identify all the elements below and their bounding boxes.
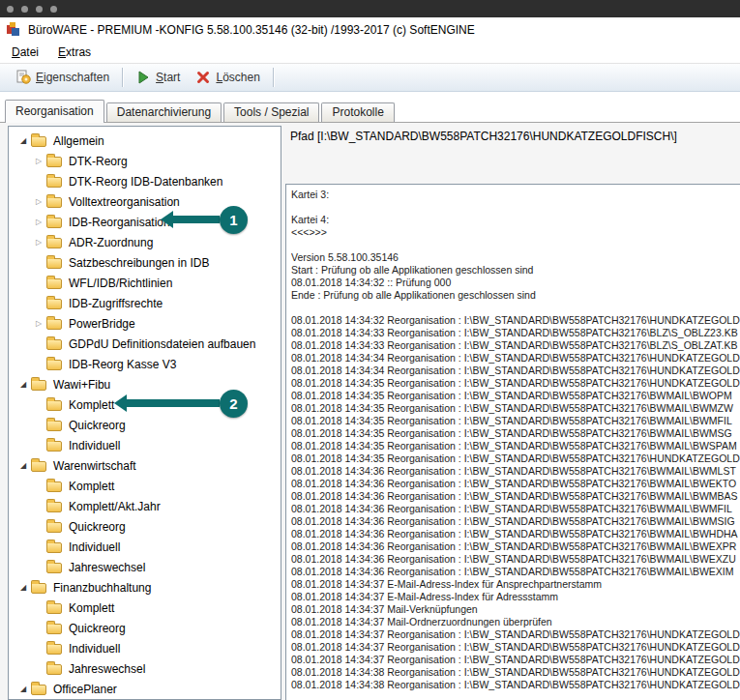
- log-line: 08.01.2018 14:34:36 Reorganisation : I:\…: [291, 528, 740, 540]
- app-icon: [7, 22, 22, 38]
- path-label: Pfad [I:\BW_STANDARD\BW558PATCH32176\HUN…: [290, 130, 740, 143]
- start-icon: [135, 70, 151, 85]
- menu-datei[interactable]: Datei: [4, 44, 46, 61]
- tree-item-label: Komplett: [68, 398, 114, 412]
- tree-item-label: Komplett: [68, 480, 114, 493]
- folder-icon: [46, 664, 62, 675]
- tree-item-label: Wawi+Fibu: [52, 378, 110, 392]
- tree-item-warenwirtschaft[interactable]: ◢Warenwirtschaft: [9, 455, 281, 476]
- menu-extras[interactable]: Extras: [50, 44, 99, 61]
- title-bar: BüroWARE - PREMIUM -KONFIG 5.58.100.3514…: [0, 17, 740, 42]
- folder-icon: [31, 461, 46, 472]
- expand-icon[interactable]: ▷: [32, 317, 45, 331]
- expand-icon[interactable]: ▷: [32, 155, 45, 168]
- log-panel[interactable]: Kartei 3:Kartei 4:<<<>>>Version 5.58.100…: [285, 184, 740, 700]
- tree-item-powerbridge[interactable]: ▷PowerBridge: [9, 313, 281, 334]
- log-line: 08.01.2018 14:34:36 Reorganisation : I:\…: [291, 515, 740, 528]
- tree-item-label: IDB-Reorganisation: [68, 216, 170, 229]
- tab-datenarchivierung[interactable]: Datenarchivierung: [106, 102, 222, 122]
- tree-item-satzbeschreibungen-in-idb[interactable]: Satzbeschreibungen in IDB: [9, 252, 281, 273]
- tree-item-quickreorg[interactable]: Quickreorg: [9, 415, 281, 435]
- tree-item-idb-reorg-kasse-v3[interactable]: IDB-Reorg Kasse V3: [9, 354, 281, 374]
- tree-item-idb-zugriffsrechte[interactable]: IDB-Zugriffsrechte: [9, 293, 281, 313]
- start-button[interactable]: Start: [128, 67, 188, 88]
- tree-item-officeplaner[interactable]: ◢OfficePlaner: [9, 679, 281, 699]
- log-line: 08.01.2018 14:34:36 Reorganisation : I:\…: [291, 465, 740, 478]
- loeschen-button[interactable]: Löschen: [188, 67, 267, 88]
- tree-item-label: GDPdU Definitionsdateien aufbauen: [68, 337, 255, 351]
- tree-item-quickreorg[interactable]: Quickreorg: [9, 516, 281, 537]
- tree-item-jahreswechsel[interactable]: Jahreswechsel: [9, 658, 281, 679]
- tree-item-label: OfficePlaner: [52, 683, 117, 696]
- log-line: 08.01.2018 14:34:37 Reorganisation : I:\…: [291, 641, 740, 654]
- tree-item-label: Quickreorg: [68, 419, 126, 432]
- tree-item-allgemein[interactable]: ◢Allgemein: [9, 131, 281, 151]
- tab-protokolle[interactable]: Protokolle: [321, 102, 394, 122]
- tree-item-komplett-akt-jahr[interactable]: Komplett/Akt.Jahr: [9, 496, 281, 516]
- tree-item-quickreorg[interactable]: Quickreorg: [9, 618, 281, 638]
- tree-item-label: Individuell: [68, 642, 120, 656]
- log-line: 08.01.2018 14:34:35 Reorganisation : I:\…: [291, 440, 740, 452]
- folder-icon: [46, 502, 62, 512]
- collapse-icon[interactable]: ◢: [16, 459, 30, 473]
- tree-item-label: Jahreswechsel: [68, 662, 145, 676]
- tree-item-finanzbuchhaltung[interactable]: ◢Finanzbuchhaltung: [9, 577, 281, 598]
- log-line: [291, 239, 740, 251]
- tree-item-label: DTK-Reorg IDB-Datenbanken: [68, 175, 222, 189]
- eigenschaften-button[interactable]: Eigenschaften: [8, 67, 117, 88]
- folder-icon: [46, 177, 62, 188]
- tree-item-label: WFL/IDB/Richtlinien: [68, 277, 172, 290]
- log-line: 08.01.2018 14:34:37 Reorganisation : I:\…: [291, 654, 740, 666]
- log-line: 08.01.2018 14:34:38 Reorganisation : I:\…: [291, 679, 740, 691]
- tree-item-komplett[interactable]: Komplett: [9, 598, 281, 618]
- tree-item-dtk-reorg-idb-datenbanken[interactable]: DTK-Reorg IDB-Datenbanken: [9, 171, 281, 191]
- tree-item-label: Komplett: [68, 601, 114, 615]
- tree-item-label: IDB-Reorg Kasse V3: [68, 358, 176, 371]
- tree-item-label: Individuell: [68, 439, 120, 452]
- log-line: 08.01.2018 14:34:35 Reorganisation : I:\…: [291, 415, 740, 427]
- callout-arrow-2-icon: [114, 394, 220, 412]
- log-line: [291, 302, 740, 314]
- tree-item-individuell[interactable]: Individuell: [9, 537, 281, 557]
- log-line: <<<>>>: [291, 226, 740, 239]
- tree-item-komplett[interactable]: Komplett: [9, 476, 281, 496]
- log-line: 08.01.2018 14:34:35 Reorganisation : I:\…: [291, 452, 740, 465]
- collapse-icon[interactable]: ◢: [16, 581, 30, 595]
- tree-item-gdpdu-definitionsdateien-aufbauen[interactable]: GDPdU Definitionsdateien aufbauen: [9, 334, 281, 354]
- tree-item-wfl-idb-richtlinien[interactable]: WFL/IDB/Richtlinien: [9, 273, 281, 293]
- tree-item-adr-zuordnung[interactable]: ▷ADR-Zuordnung: [9, 232, 281, 252]
- log-line: 08.01.2018 14:34:32 :: Prüfung 000: [291, 277, 740, 289]
- tree-item-jahreswechsel[interactable]: Jahreswechsel: [9, 557, 281, 577]
- log-line: 08.01.2018 14:34:37 Mail-Verknüpfungen: [291, 603, 740, 616]
- folder-icon: [31, 380, 46, 391]
- expand-icon[interactable]: ▷: [32, 236, 45, 249]
- tree-item-label: Individuell: [68, 540, 120, 554]
- tree-item-label: Warenwirtschaft: [52, 459, 136, 473]
- tree-item-dtk-reorg[interactable]: ▷DTK-Reorg: [9, 151, 281, 171]
- folder-icon: [46, 563, 62, 573]
- collapse-icon[interactable]: ◢: [16, 134, 30, 148]
- tree-item-label: PowerBridge: [68, 317, 135, 331]
- log-line: Start : Prüfung ob alle Applikationen ge…: [291, 264, 740, 277]
- collapse-icon[interactable]: ◢: [16, 683, 30, 696]
- tree-item-label: ADR-Zuordnung: [68, 236, 153, 249]
- folder-icon: [46, 624, 62, 634]
- log-line: 08.01.2018 14:34:37 E-Mail-Adress-Index …: [291, 591, 740, 603]
- expand-icon[interactable]: ▷: [32, 216, 45, 229]
- tree-item-label: Finanzbuchhaltung: [52, 581, 151, 595]
- expand-icon[interactable]: ▷: [32, 195, 45, 209]
- delete-icon: [195, 70, 211, 85]
- folder-icon: [31, 685, 46, 695]
- window-title: BüroWARE - PREMIUM -KONFIG 5.58.100.3514…: [28, 23, 475, 37]
- tab-reorganisation[interactable]: Reorganisation: [5, 100, 104, 123]
- log-line: 08.01.2018 14:34:37 Mail-Ordnerzuordnung…: [291, 616, 740, 628]
- log-line: 08.01.2018 14:34:37 Reorganisation : I:\…: [291, 628, 740, 641]
- log-line: 08.01.2018 14:34:34 Reorganisation : I:\…: [291, 365, 740, 377]
- collapse-icon[interactable]: ◢: [16, 378, 30, 392]
- tree-item-individuell[interactable]: Individuell: [9, 435, 281, 455]
- tab-tools-spezial[interactable]: Tools / Spezial: [223, 102, 319, 122]
- folder-icon: [46, 299, 62, 309]
- tree-item-individuell[interactable]: Individuell: [9, 638, 281, 658]
- log-line: 08.01.2018 14:34:37 E-Mail-Adress-Index …: [291, 578, 740, 591]
- tree-item-label: Komplett/Akt.Jahr: [68, 500, 161, 513]
